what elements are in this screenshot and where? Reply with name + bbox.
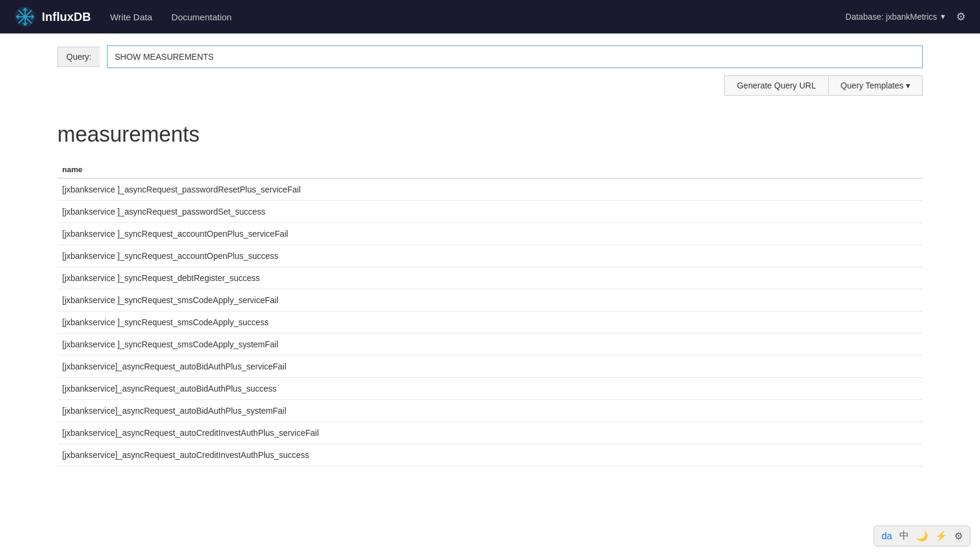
measurement-name[interactable]: [jxbankservice]_asyncRequest_autoCreditI… [57,444,923,466]
table-row: [jxbankservice]_asyncRequest_autoCreditI… [57,444,923,466]
column-header-name: name [57,161,923,178]
buttons-row: Generate Query URL Query Templates ▾ [0,75,980,108]
database-selector[interactable]: Database: jxbankMetrics ▼ [846,12,947,22]
main-content: measurements name [jxbankservice ]_async… [0,108,980,481]
table-row: [jxbankservice]_asyncRequest_autoBidAuth… [57,378,923,400]
query-bar: Query: [0,33,980,75]
table-row: [jxbankservice]_asyncRequest_autoBidAuth… [57,400,923,422]
logo-text: InfluxDB [42,10,91,24]
table-row: [jxbankservice ]_syncRequest_accountOpen… [57,223,923,245]
navbar-right: Database: jxbankMetrics ▼ ⚙ [846,10,966,23]
nav-write-data[interactable]: Write Data [110,12,152,22]
results-table: name [jxbankservice ]_asyncRequest_passw… [57,161,923,466]
chevron-down-icon: ▼ [939,13,947,21]
generate-query-url-button[interactable]: Generate Query URL [724,75,828,96]
measurement-name[interactable]: [jxbankservice ]_syncRequest_smsCodeAppl… [57,289,923,311]
logo-icon [14,6,36,28]
navbar-left: InfluxDB Write Data Documentation [14,6,232,28]
table-row: [jxbankservice ]_syncRequest_smsCodeAppl… [57,311,923,334]
navbar: InfluxDB Write Data Documentation Databa… [0,0,980,33]
measurement-name[interactable]: [jxbankservice]_asyncRequest_autoBidAuth… [57,400,923,422]
measurement-name[interactable]: [jxbankservice]_asyncRequest_autoBidAuth… [57,378,923,400]
query-input[interactable] [107,45,923,68]
table-row: [jxbankservice ]_syncRequest_smsCodeAppl… [57,289,923,311]
measurement-name[interactable]: [jxbankservice ]_syncRequest_debtRegiste… [57,267,923,289]
table-row: [jxbankservice ]_asyncRequest_passwordRe… [57,178,923,201]
measurement-name[interactable]: [jxbankservice ]_syncRequest_accountOpen… [57,245,923,267]
section-title: measurements [57,122,923,147]
database-label: Database: jxbankMetrics [846,12,937,22]
settings-button[interactable]: ⚙ [956,10,966,23]
measurement-name[interactable]: [jxbankservice ]_asyncRequest_passwordSe… [57,201,923,223]
table-row: [jxbankservice]_asyncRequest_autoBidAuth… [57,356,923,378]
table-row: [jxbankservice ]_syncRequest_smsCodeAppl… [57,334,923,356]
measurement-name[interactable]: [jxbankservice ]_syncRequest_smsCodeAppl… [57,334,923,356]
query-label: Query: [57,47,100,67]
gear-icon: ⚙ [956,11,966,23]
table-row: [jxbankservice]_asyncRequest_autoCreditI… [57,422,923,444]
logo[interactable]: InfluxDB [14,6,91,28]
nav-documentation[interactable]: Documentation [172,12,232,22]
table-row: [jxbankservice ]_syncRequest_debtRegiste… [57,267,923,289]
measurement-name[interactable]: [jxbankservice ]_asyncRequest_passwordRe… [57,178,923,201]
measurement-name[interactable]: [jxbankservice ]_syncRequest_smsCodeAppl… [57,311,923,334]
measurement-name[interactable]: [jxbankservice ]_syncRequest_accountOpen… [57,223,923,245]
measurement-name[interactable]: [jxbankservice]_asyncRequest_autoBidAuth… [57,356,923,378]
measurement-name[interactable]: [jxbankservice]_asyncRequest_autoCreditI… [57,422,923,444]
table-row: [jxbankservice ]_asyncRequest_passwordSe… [57,201,923,223]
table-row: [jxbankservice ]_syncRequest_accountOpen… [57,245,923,267]
query-templates-button[interactable]: Query Templates ▾ [829,75,923,96]
